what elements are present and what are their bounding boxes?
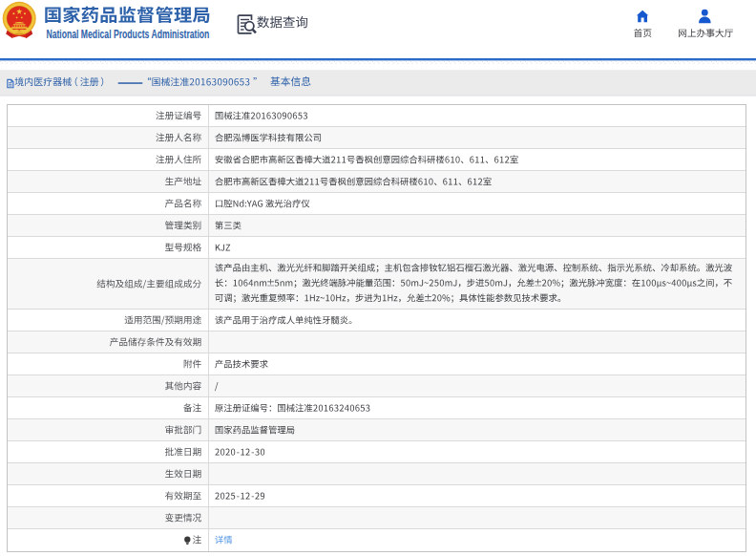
svg-text:National Medical Products Admi: National Medical Products Administration — [46, 27, 209, 41]
